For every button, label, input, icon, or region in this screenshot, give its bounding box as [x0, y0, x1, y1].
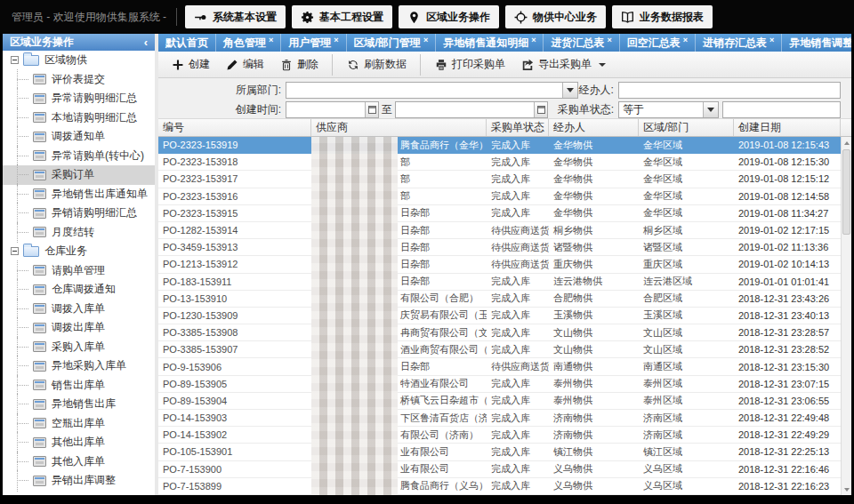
- chevron-down-icon[interactable]: [703, 102, 718, 117]
- table-row[interactable]: PO-9-153906 日杂部 待供应商送货 南通物供 南通区域 2018-12…: [158, 358, 841, 375]
- column-header-agent[interactable]: 经办人: [549, 119, 639, 136]
- toolbar-button[interactable]: 导出采购单: [513, 54, 614, 76]
- table-row[interactable]: PO-14-153902 有限公司（济南） 完成入库 济南物供 济南区域 201…: [158, 427, 841, 444]
- top-nav-button[interactable]: 系统基本设置: [185, 5, 286, 28]
- tree-item[interactable]: 本地请购明细汇总: [3, 108, 155, 128]
- export-icon: [521, 59, 534, 71]
- date-to-input[interactable]: [396, 103, 534, 116]
- tab-close-icon[interactable]: ×: [531, 36, 536, 45]
- calendar-button[interactable]: [534, 102, 547, 117]
- table-row[interactable]: PO-7-153900 业有限公司 完成入库 义乌物供 义乌区域 2018-12…: [158, 461, 841, 478]
- agent-input[interactable]: [619, 84, 840, 97]
- tab[interactable]: 回空汇总表 ×: [620, 34, 696, 52]
- column-header-region[interactable]: 区域/部门: [639, 119, 734, 136]
- table-row[interactable]: PO-2323-153916 部 完成入库 金华物供 金华区域 2019-01-…: [158, 188, 841, 205]
- status-value-box[interactable]: [722, 101, 841, 118]
- toolbar-button[interactable]: 编辑: [218, 54, 272, 76]
- calendar-button[interactable]: [365, 102, 378, 117]
- tab[interactable]: 异地销售调整明细 ×: [782, 34, 851, 52]
- tab[interactable]: 角色管理 ×: [216, 34, 281, 52]
- top-nav-button[interactable]: 物供中心业务: [505, 5, 606, 28]
- tab-close-icon[interactable]: ×: [607, 36, 611, 45]
- table-row[interactable]: PO-89-153904 桥镇飞云日杂超市（泰州） 完成入库 泰州物供 泰州区域…: [158, 393, 841, 410]
- tree-item[interactable]: 调拨出库单: [3, 318, 155, 338]
- tree-item[interactable]: 评价表提交: [3, 70, 155, 90]
- status-operator-combo[interactable]: 等于: [618, 101, 719, 118]
- tab[interactable]: 进货汇总表 ×: [544, 34, 619, 52]
- table-row[interactable]: PO-89-153905 特酒业有限公司 完成入库 泰州物供 泰州区域 2018…: [158, 376, 841, 393]
- toolbar-button[interactable]: 创建: [164, 54, 218, 76]
- column-header-po[interactable]: 编号: [158, 119, 311, 136]
- tree-item[interactable]: 异常请购单(转中心): [3, 147, 155, 166]
- date-to-box[interactable]: [395, 101, 548, 118]
- tree-item[interactable]: 空瓶出库单: [3, 414, 155, 434]
- table-row[interactable]: PO-1230-153909 庆贸易有限公司（玉溪） 完成入库 玉溪物供 玉溪区…: [158, 308, 841, 324]
- tab-close-icon[interactable]: ×: [769, 36, 774, 45]
- top-nav-button[interactable]: 业务数据报表: [612, 5, 713, 28]
- tab-close-icon[interactable]: ×: [269, 36, 273, 45]
- table-row[interactable]: PO-2323-153917 部 完成入库 金华物供 金华区域 2019-01-…: [158, 171, 841, 188]
- scroll-up-icon[interactable]: [842, 137, 851, 148]
- column-header-created[interactable]: 创建日期: [734, 119, 841, 136]
- table-row[interactable]: PO-7-153899 腾食品商行（义乌） 完成入库 义乌物供 义乌区域 201…: [158, 478, 841, 495]
- tab[interactable]: 进销存汇总表 ×: [696, 34, 782, 52]
- tree-item[interactable]: 调拨入库单: [3, 300, 155, 319]
- tree-item[interactable]: 区域物供: [3, 51, 155, 70]
- chevron-down-icon[interactable]: [562, 83, 577, 98]
- agent-input-box[interactable]: [618, 82, 841, 99]
- tree-item[interactable]: 其他出库单: [3, 433, 155, 452]
- tab-close-icon[interactable]: ×: [423, 36, 428, 45]
- tab[interactable]: 默认首页 ×: [158, 34, 216, 52]
- top-nav-button[interactable]: 区域业务操作: [399, 5, 499, 28]
- tree-item[interactable]: 调拨通知单: [3, 127, 155, 147]
- table-row[interactable]: PO-183-153911 日杂部 完成入库 连云港物供 连云港区域 2019-…: [158, 274, 841, 291]
- table-row[interactable]: PO-1213-153912 日杂部 待供应商送货 重庆物供 重庆区域 2019…: [158, 256, 841, 273]
- table-row[interactable]: PO-105-153901 业有限公司 完成入库 镇江物供 镇江区域 2018-…: [158, 444, 841, 460]
- date-from-box[interactable]: [286, 101, 379, 118]
- toolbar-button[interactable]: 打印采购单: [427, 54, 513, 76]
- tree-item[interactable]: 异地销售出库通知单: [3, 185, 155, 204]
- tree-item[interactable]: 异常请购明细汇总: [3, 89, 155, 108]
- table-row[interactable]: PO-14-153903 下区鲁清百货店（济南） 完成入库 济南物供 济南区域 …: [158, 410, 841, 427]
- status-value-input[interactable]: [723, 103, 840, 116]
- tree-item[interactable]: 采购入库单: [3, 338, 155, 357]
- tab[interactable]: 用户管理 ×: [281, 34, 346, 52]
- table-row[interactable]: PO-3385-153908 冉商贸有限公司（文山） 完成入库 文山物供 文山区…: [158, 324, 841, 341]
- column-header-supplier[interactable]: 供应商: [311, 119, 487, 136]
- table-row[interactable]: PO-2323-153915 日杂部 完成入库 金华物供 金华区域 2019-0…: [158, 205, 841, 222]
- dept-combo[interactable]: [286, 82, 578, 99]
- tree-item[interactable]: 销售出库单: [3, 376, 155, 396]
- table-row[interactable]: PO-3459-153913 日杂部 待供应商送货 诸暨物供 诸暨区域 2019…: [158, 239, 841, 256]
- tree-item[interactable]: 月度结转: [3, 223, 155, 243]
- tab[interactable]: 异地销售通知明细 ×: [436, 34, 544, 52]
- tree-item[interactable]: 采购订单: [3, 165, 155, 185]
- tab[interactable]: 区域/部门管理 ×: [347, 34, 437, 52]
- table-row[interactable]: PO-1282-153914 日杂部 待供应商送货 桐乡物供 桐乡区域 2019…: [158, 222, 841, 239]
- tab-close-icon[interactable]: ×: [334, 36, 338, 45]
- tree-item[interactable]: 请购单管理: [3, 261, 155, 281]
- vertical-scrollbar[interactable]: [841, 137, 851, 495]
- sidebar-collapse-icon[interactable]: ‹: [144, 36, 148, 49]
- table-row[interactable]: PO-2323-153919 腾食品商行（金华） 完成入库 金华物供 金华区域 …: [158, 137, 841, 154]
- tree-item[interactable]: 仓库调拨通知: [3, 280, 155, 300]
- tree-collapse-icon[interactable]: [11, 56, 19, 64]
- date-from-input[interactable]: [286, 103, 365, 116]
- tree-item[interactable]: 异销出库调整: [3, 471, 155, 491]
- tree-item[interactable]: 仓库业务: [3, 242, 155, 261]
- tree-item[interactable]: 异地销售出库: [3, 395, 155, 414]
- toolbar-button[interactable]: 删除: [272, 54, 333, 76]
- table-row[interactable]: PO-3385-153907 酒业商贸有限公司（文山） 完成入库 文山物供 文山…: [158, 341, 841, 358]
- tree-item[interactable]: 其他入库单: [3, 452, 155, 472]
- tree-item[interactable]: 异地采购入库单: [3, 356, 155, 376]
- tree-item[interactable]: 异销请购明细汇总: [3, 204, 155, 223]
- top-nav-button[interactable]: 基本工程设置: [292, 5, 392, 28]
- scroll-down-icon[interactable]: [842, 484, 851, 495]
- tab-close-icon[interactable]: ×: [683, 36, 688, 45]
- dept-combo-input[interactable]: [286, 84, 562, 97]
- table-row[interactable]: PO-13-153910 有限公司（合肥） 完成入库 合肥物供 合肥区域 201…: [158, 291, 841, 308]
- tree-collapse-icon[interactable]: [11, 247, 19, 255]
- toolbar-button[interactable]: 刷新数据: [339, 54, 421, 76]
- table-row[interactable]: PO-2323-153918 部 完成入库 金华物供 金华区域 2019-01-…: [158, 154, 841, 171]
- scrollbar-thumb[interactable]: [842, 149, 850, 235]
- column-header-status[interactable]: 采购单状态: [487, 119, 549, 136]
